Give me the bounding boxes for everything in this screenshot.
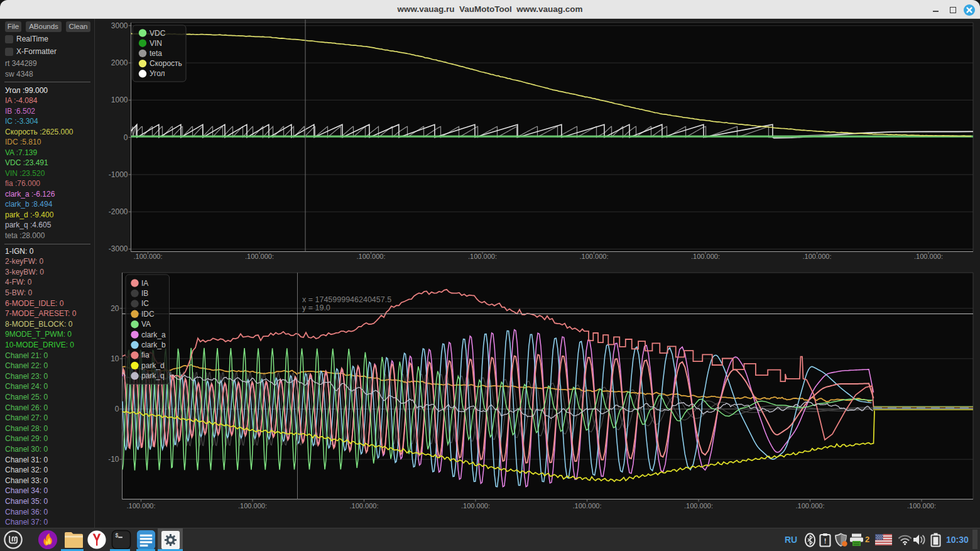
svg-text:IDC: IDC	[141, 310, 155, 319]
svg-text:Скорость: Скорость	[150, 59, 182, 68]
svg-text:1000: 1000	[111, 95, 128, 104]
svg-text:y = 19.0: y = 19.0	[302, 303, 330, 312]
svg-text:3000: 3000	[111, 21, 128, 30]
svg-text:.100.000:: .100.000:	[127, 502, 156, 510]
svg-text:.100.000:: .100.000:	[238, 502, 267, 510]
svg-text:IA: IA	[141, 279, 148, 288]
svg-text:-3000: -3000	[109, 244, 128, 253]
svg-text:.100.000:: .100.000:	[907, 502, 936, 510]
svg-text:2000: 2000	[111, 58, 128, 67]
svg-text:.100.000:: .100.000:	[796, 502, 825, 510]
svg-text:0: 0	[124, 133, 128, 142]
svg-text:.100.000:: .100.000:	[684, 502, 713, 510]
svg-text:clark_b: clark_b	[141, 341, 166, 349]
svg-text:.100.000:: .100.000:	[461, 502, 490, 510]
svg-text:!: !	[824, 537, 827, 545]
svg-text:.100.000:: .100.000:	[573, 502, 602, 510]
svg-text:.100.000:: .100.000:	[350, 502, 379, 510]
svg-text:x = 1745999946240457.5: x = 1745999946240457.5	[302, 295, 391, 304]
svg-text:-2000: -2000	[109, 207, 128, 216]
svg-text:-1000: -1000	[109, 170, 128, 179]
svg-text:IC: IC	[141, 299, 149, 308]
svg-text:VA: VA	[141, 320, 151, 329]
svg-text:park_q: park_q	[141, 371, 165, 380]
svg-text:teta: teta	[150, 49, 162, 58]
svg-text:Угол: Угол	[150, 69, 165, 78]
svg-text:clark_a: clark_a	[141, 330, 166, 339]
svg-text:20: 20	[111, 304, 119, 313]
svg-text:$: $	[116, 532, 119, 538]
svg-text:IB: IB	[141, 289, 148, 298]
svg-text:0: 0	[115, 405, 119, 413]
svg-text:park_d: park_d	[141, 361, 165, 370]
svg-text:VIN: VIN	[150, 39, 162, 48]
svg-text:10: 10	[111, 354, 119, 363]
svg-text:VDC: VDC	[150, 29, 166, 38]
svg-text:fia: fia	[141, 351, 150, 359]
svg-text:-10: -10	[108, 455, 119, 464]
